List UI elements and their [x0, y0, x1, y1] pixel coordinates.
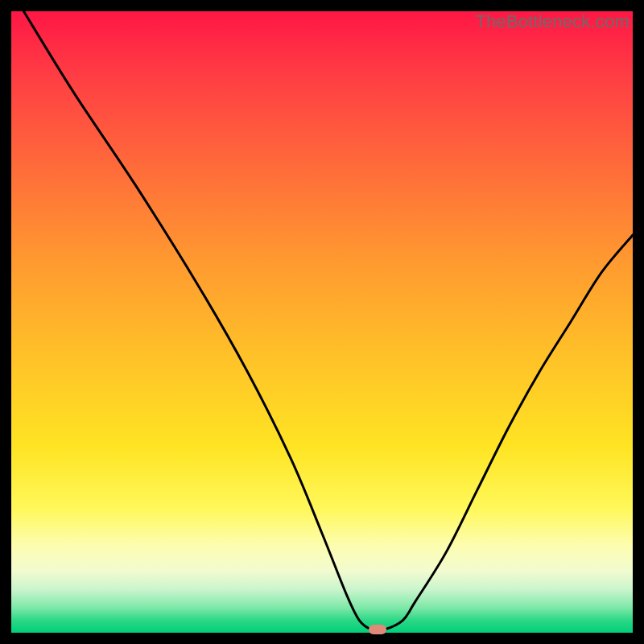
optimal-marker: [369, 625, 386, 634]
chart-frame: TheBottleneck.com: [0, 0, 644, 644]
bottleneck-curve: [11, 11, 633, 633]
plot-area: TheBottleneck.com: [11, 11, 633, 633]
curve-path: [23, 11, 633, 631]
